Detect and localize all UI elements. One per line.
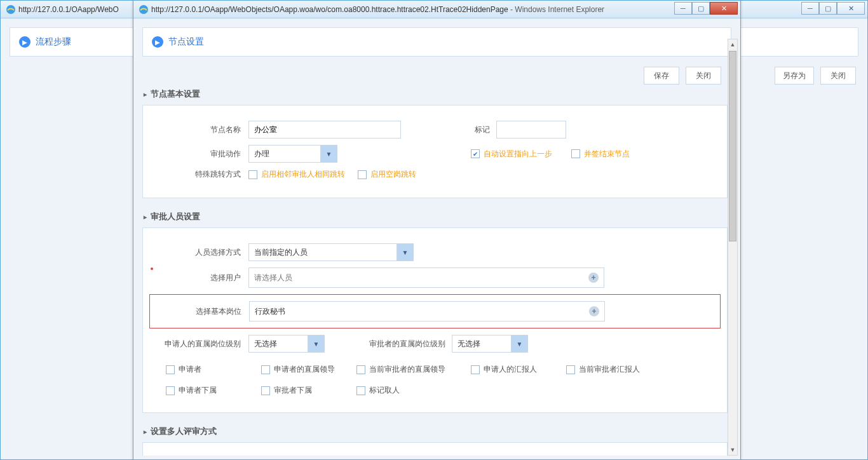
node-name-input[interactable]: [248, 121, 401, 139]
minimize-button[interactable]: ─: [674, 2, 692, 15]
content-scroll-area: 节点基本设置 节点名称 标记 审批动作 办理 ▼: [142, 76, 728, 456]
label-cb-applicant-subord: 申请者下属: [179, 385, 217, 396]
label-countersign-end: 并签结束节点: [584, 149, 630, 159]
front-action-bar: 保存 关闭: [644, 67, 721, 85]
label-cb-applicant: 申请者: [179, 364, 201, 375]
back-header-title: 流程步骤: [36, 36, 71, 48]
label-cb-applicant-leader: 申请者的直属领导: [274, 364, 335, 375]
close-window-button[interactable]: ✕: [710, 2, 738, 15]
back-action-bar: 另存为 关闭: [775, 67, 856, 85]
label-select-mode: 人员选择方式: [153, 247, 248, 258]
checkbox-empty-post-jump[interactable]: [358, 170, 367, 179]
scroll-down-icon[interactable]: ▼: [728, 445, 737, 455]
card-multi: 只要有一人通过审批即可向下流转 只有全部人员通过审批才可向下流转: [142, 442, 728, 456]
section-title-basic: 节点基本设置: [144, 88, 728, 100]
scroll-thumb[interactable]: [729, 51, 736, 241]
foreground-window: http://127.0.0.1/OAapp/WebObjects/OAapp.…: [133, 0, 741, 460]
select-post-box[interactable]: 行政秘书 +: [249, 301, 605, 321]
mark-input[interactable]: [496, 121, 566, 139]
label-select-user: 选择用户: [153, 273, 248, 283]
front-page-body: ▶ 节点设置 保存 关闭 ▲ ▼ 节点基本设置 节点名称 标记: [133, 18, 740, 459]
checkbox-current-approver-leader[interactable]: [356, 365, 365, 374]
maximize-button[interactable]: ▢: [819, 2, 837, 15]
section-title-multi: 设置多人评审方式: [144, 426, 728, 437]
url-suffix: - Windows Internet Explorer: [508, 5, 604, 14]
label-empty-post-jump: 启用空岗跳转: [370, 169, 416, 180]
close-button-back[interactable]: 关闭: [820, 67, 856, 85]
checkbox-applicant-subord[interactable]: [166, 386, 175, 395]
select-post-value: 行政秘书: [255, 306, 589, 317]
front-header-title: 节点设置: [168, 36, 204, 48]
section-title-approver: 审批人员设置: [144, 211, 728, 222]
label-approve-action: 审批动作: [153, 149, 248, 159]
label-cb-current-approver-leader: 当前审批者的直属领导: [369, 364, 445, 375]
checkbox-countersign-end[interactable]: [571, 149, 580, 158]
label-approver-post-level: 审批者的直属岗位级别: [356, 339, 452, 349]
window-controls-back: ─ ▢ ✕: [801, 2, 865, 15]
front-url: http://127.0.0.1/OAapp/WebObjects/OAapp.…: [151, 5, 738, 14]
checkbox-approver-subord[interactable]: [261, 386, 270, 395]
checkbox-applicant-leader[interactable]: [261, 365, 270, 374]
label-cb-marker: 标记取人: [369, 385, 400, 396]
approve-action-value: 办理: [249, 145, 320, 162]
chevron-down-icon[interactable]: ▼: [308, 335, 324, 352]
add-icon[interactable]: +: [588, 273, 599, 283]
label-same-approver-jump: 启用相邻审批人相同跳转: [261, 169, 345, 180]
red-dot-marker: [151, 267, 153, 270]
chevron-down-icon[interactable]: ▼: [511, 335, 527, 352]
titlebar-front: http://127.0.0.1/OAapp/WebObjects/OAapp.…: [133, 1, 740, 18]
save-as-button[interactable]: 另存为: [775, 67, 814, 85]
ie-icon: [6, 4, 16, 15]
vertical-scrollbar[interactable]: ▲ ▼: [728, 39, 738, 456]
chevron-down-icon[interactable]: ▼: [397, 244, 413, 260]
arrow-circle-icon: ▶: [19, 36, 31, 48]
maximize-button[interactable]: ▢: [692, 2, 710, 15]
applicant-post-level-combo[interactable]: 无选择 ▼: [248, 335, 325, 353]
card-basic: 节点名称 标记 审批动作 办理 ▼ 自动设置指向上一步: [142, 105, 728, 198]
save-button[interactable]: 保存: [644, 67, 679, 85]
select-mode-combo[interactable]: 当前指定的人员 ▼: [248, 243, 414, 261]
highlighted-post-row: 选择基本岗位 行政秘书 +: [149, 294, 721, 328]
checkbox-same-approver-jump[interactable]: [248, 170, 257, 179]
label-mark: 标记: [471, 125, 496, 135]
add-icon[interactable]: +: [589, 306, 599, 316]
checkbox-applicant-reporter[interactable]: [471, 365, 480, 374]
checkbox-current-approver-reporter[interactable]: [566, 365, 575, 374]
approver-post-level-combo[interactable]: 无选择 ▼: [452, 335, 528, 353]
select-user-box[interactable]: 请选择人员 +: [248, 267, 604, 288]
arrow-circle-icon: ▶: [152, 36, 163, 48]
label-special-jump: 特殊跳转方式: [153, 169, 248, 180]
label-cb-approver-subord: 审批者下属: [274, 385, 312, 396]
url-text: http://127.0.0.1/OAapp/WebObjects/OAapp.…: [151, 5, 508, 14]
window-controls-front: ─ ▢ ✕: [674, 2, 738, 15]
approver-post-level-value: 无选择: [452, 335, 511, 352]
applicant-post-level-value: 无选择: [249, 335, 308, 352]
scroll-up-icon[interactable]: ▲: [728, 39, 737, 50]
front-panel-header: ▶ 节点设置: [142, 27, 731, 57]
label-node-name: 节点名称: [153, 125, 248, 135]
label-applicant-post-level: 申请人的直属岗位级别: [153, 339, 248, 349]
label-cb-applicant-reporter: 申请人的汇报人: [484, 364, 537, 375]
ie-icon: [139, 4, 149, 15]
checkbox-marker[interactable]: [356, 386, 365, 395]
select-user-placeholder: 请选择人员: [254, 273, 588, 283]
card-approver: 人员选择方式 当前指定的人员 ▼ 选择用户 请选择人员 +: [142, 227, 728, 413]
chevron-down-icon[interactable]: ▼: [320, 145, 337, 162]
label-select-post: 选择基本岗位: [154, 306, 249, 317]
close-button-front[interactable]: 关闭: [686, 67, 721, 85]
select-mode-value: 当前指定的人员: [249, 244, 397, 260]
close-window-button[interactable]: ✕: [837, 2, 865, 15]
label-cb-current-approver-reporter: 当前审批者汇报人: [579, 364, 640, 375]
label-auto-prev: 自动设置指向上一步: [484, 149, 552, 159]
checkbox-auto-prev[interactable]: [471, 149, 480, 158]
approve-action-combo[interactable]: 办理 ▼: [248, 145, 337, 163]
checkbox-applicant[interactable]: [166, 365, 175, 374]
minimize-button[interactable]: ─: [801, 2, 819, 15]
